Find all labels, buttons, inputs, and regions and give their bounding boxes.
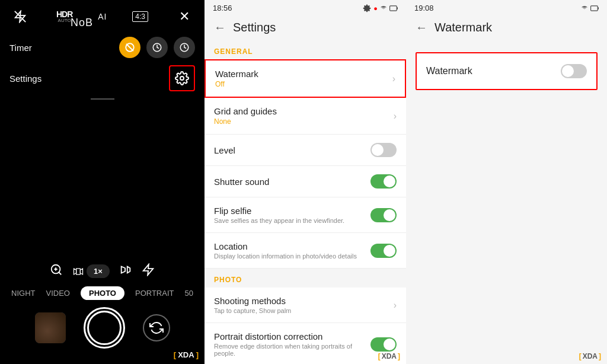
photo-section-label: PHOTO: [205, 269, 406, 288]
level-toggle[interactable]: [370, 143, 397, 157]
watermark-time: 19:08: [414, 4, 434, 12]
shooting-methods-name: Shooting methods: [214, 296, 394, 306]
location-item[interactable]: Location Display location information in…: [205, 233, 406, 269]
level-item[interactable]: Level: [205, 135, 406, 166]
shutter-sound-item[interactable]: Shutter sound: [205, 166, 406, 197]
general-section-label: GENERAL: [205, 40, 406, 59]
xda-bracket-right: ]: [196, 350, 199, 359]
level-left: Level: [214, 145, 370, 155]
svg-rect-16: [591, 5, 598, 10]
watermark-left: Watermark Off: [215, 69, 392, 88]
mode-50[interactable]: 50: [184, 289, 193, 298]
portrait-distortion-toggle[interactable]: [370, 337, 397, 352]
grid-guides-chevron: ›: [394, 111, 397, 122]
mode-video[interactable]: VIDEO: [46, 289, 70, 298]
shooting-methods-item[interactable]: Shooting methods Tap to capture, Show pa…: [205, 288, 406, 323]
flash-icon[interactable]: [9, 6, 31, 27]
portrait-distortion-name: Portrait distortion correction: [214, 331, 370, 341]
grid-guides-value: None: [214, 117, 394, 126]
timer-label: Timer: [9, 43, 119, 53]
svg-line-8: [59, 272, 61, 274]
ratio-badge[interactable]: 4:3: [132, 11, 148, 22]
flip-selfie-toggle[interactable]: [370, 208, 397, 222]
shutter-sound-toggle[interactable]: [370, 174, 397, 189]
level-name: Level: [214, 145, 370, 155]
portrait-distortion-item[interactable]: Portrait distortion correction Remove ed…: [205, 323, 406, 364]
portrait-distortion-desc: Remove edge distortion when taking portr…: [214, 343, 370, 357]
timer-icons: [119, 37, 195, 58]
flip-camera-icon[interactable]: [143, 314, 170, 341]
mode-photo[interactable]: PHOTO: [81, 286, 124, 300]
shutter-button[interactable]: [84, 307, 125, 349]
settings-time: 18:56: [213, 4, 232, 12]
settings-row: Settings: [0, 62, 205, 95]
watermark-toggle-item[interactable]: Watermark: [416, 52, 598, 90]
mode-night[interactable]: NIGHT: [11, 289, 35, 298]
watermark-back-arrow[interactable]: ←: [416, 21, 427, 34]
shooting-methods-desc: Tap to capture, Show palm: [214, 307, 394, 314]
settings-scroll[interactable]: GENERAL Watermark Off › Grid and guides …: [205, 40, 406, 364]
settings-header: ← Settings: [205, 15, 406, 40]
settings-label: Settings: [9, 74, 41, 84]
timer-3s-icon[interactable]: [146, 37, 168, 58]
xda-watermark-settings: [XDA]: [378, 352, 400, 360]
settings-back-arrow[interactable]: ←: [214, 21, 226, 34]
zoom-level[interactable]: 1×: [87, 264, 110, 278]
watermark-setting-value: Off: [215, 80, 392, 88]
thumbnail[interactable]: [35, 312, 66, 343]
watermark-toggle[interactable]: [561, 64, 587, 78]
xda-watermark-camera: [ XDA ]: [174, 350, 199, 359]
watermark-status-icons: [581, 5, 599, 12]
settings-title: Settings: [233, 21, 276, 34]
nob-label: NoB: [71, 17, 93, 29]
location-toggle[interactable]: [370, 244, 397, 258]
xda-label: XDA: [178, 350, 194, 359]
svg-rect-11: [76, 269, 81, 274]
tele-icon[interactable]: [119, 263, 132, 279]
xda-watermark-right: [XDA]: [579, 352, 601, 360]
flash-bolt-icon[interactable]: [142, 263, 155, 279]
timer-10s-icon[interactable]: [174, 37, 195, 58]
xda-bracket-left: [: [174, 350, 176, 359]
watermark-content: Watermark: [406, 40, 607, 364]
settings-status-bar: 18:56 ●: [205, 0, 406, 15]
flip-selfie-left: Flip selfie Save selfies as they appear …: [214, 206, 370, 224]
flip-selfie-desc: Save selfies as they appear in the viewf…: [214, 217, 370, 224]
flip-selfie-name: Flip selfie: [214, 206, 370, 216]
location-desc: Display location information in photo/vi…: [214, 253, 370, 260]
watermark-status-bar: 19:08: [406, 0, 607, 15]
shooting-methods-chevron: ›: [394, 300, 397, 311]
settings-icon-button[interactable]: [169, 65, 195, 91]
camera-top-bar: HDR AUTO AI 4:3 ✕: [0, 0, 205, 33]
watermark-chevron: ›: [392, 74, 395, 84]
macro-icon[interactable]: [50, 263, 63, 279]
portrait-distortion-left: Portrait distortion correction Remove ed…: [214, 331, 370, 357]
close-icon[interactable]: ✕: [174, 6, 195, 27]
zoom-row: 1×: [0, 263, 205, 279]
camera-divider: [91, 98, 114, 100]
location-left: Location Display location information in…: [214, 241, 370, 260]
svg-marker-12: [143, 264, 154, 275]
watermark-setting-item[interactable]: Watermark Off ›: [205, 59, 406, 98]
mode-portrait[interactable]: PORTRAIT: [135, 289, 174, 298]
watermark-panel: 19:08 ← Watermark Watermark [XDA]: [406, 0, 607, 364]
svg-point-6: [180, 76, 184, 80]
timer-row: Timer: [0, 33, 205, 62]
ai-badge[interactable]: AI: [98, 12, 107, 21]
camera-bottom-controls: 1× NIGHT VIDEO PHOTO PORTRAIT 50: [0, 257, 205, 364]
watermark-item-name: Watermark: [426, 66, 472, 76]
shutter-sound-name: Shutter sound: [214, 177, 370, 187]
grid-guides-name: Grid and guides: [214, 106, 394, 116]
grid-guides-item[interactable]: Grid and guides None ›: [205, 98, 406, 135]
mode-row: NIGHT VIDEO PHOTO PORTRAIT 50: [0, 286, 205, 300]
svg-rect-14: [390, 5, 397, 10]
shooting-methods-left: Shooting methods Tap to capture, Show pa…: [214, 296, 394, 314]
shutter-sound-left: Shutter sound: [214, 177, 370, 187]
shutter-row: [0, 307, 205, 349]
flip-selfie-item[interactable]: Flip selfie Save selfies as they appear …: [205, 197, 406, 233]
timer-off-icon[interactable]: [119, 37, 140, 58]
watermark-setting-name: Watermark: [215, 69, 392, 79]
wide-angle-icon: [72, 266, 84, 277]
settings-panel: 18:56 ● ← Settings GENERAL Watermark Off…: [205, 0, 406, 364]
location-name: Location: [214, 241, 370, 251]
